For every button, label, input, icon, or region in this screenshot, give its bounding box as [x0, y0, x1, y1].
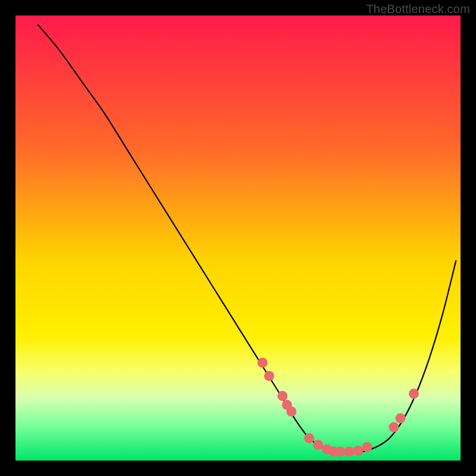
marker-point [396, 413, 406, 423]
marker-point [409, 389, 419, 399]
chart-svg [0, 0, 476, 476]
marker-point [353, 446, 363, 456]
marker-point [286, 406, 296, 416]
marker-point [389, 422, 399, 432]
chart-container: TheBottleneck.com [0, 0, 476, 476]
marker-point [264, 371, 274, 381]
marker-point [258, 358, 268, 368]
marker-point [304, 433, 314, 443]
marker-point [313, 440, 323, 450]
marker-point [345, 447, 355, 457]
marker-point [336, 447, 346, 457]
marker-point [362, 442, 372, 452]
marker-point [277, 391, 287, 401]
watermark-text: TheBottleneck.com [366, 2, 470, 16]
